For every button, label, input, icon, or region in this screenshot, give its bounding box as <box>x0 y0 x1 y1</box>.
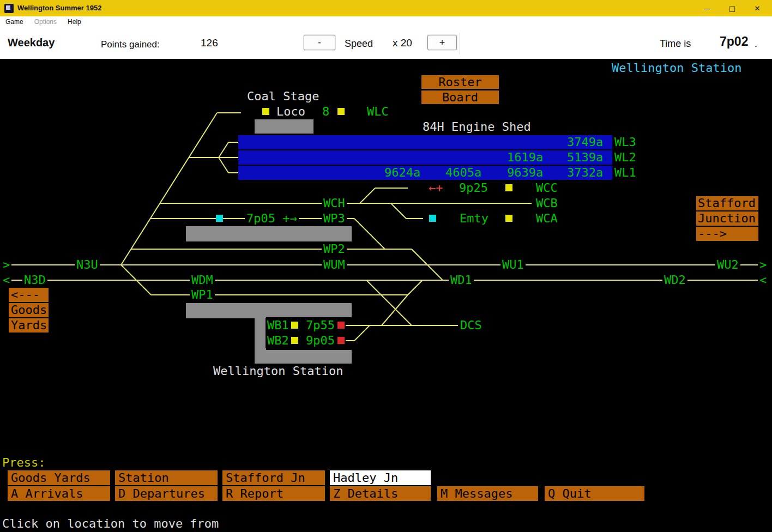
track-diagram: 3749a 1619a 5139a 9624a 4605a 9639a 3732… <box>0 59 772 532</box>
shunt-arrow-left: ←+ <box>427 180 444 196</box>
station-label: Wellington Station <box>213 364 343 379</box>
berth-label-wl2[interactable]: WL2 <box>613 150 638 165</box>
window-controls: — □ ✕ <box>695 0 770 16</box>
menu-help[interactable]: Help <box>62 16 87 28</box>
hadley-jn-button[interactable]: Hadley Jn <box>330 470 431 485</box>
app-window: Wellington Summer 1952 — □ ✕ Game Option… <box>0 0 772 532</box>
engine-shed-title: 84H Engine Shed <box>423 119 531 135</box>
menu-options: Options <box>29 16 62 28</box>
coal-stage-label: Coal Stage <box>247 89 319 104</box>
signal-square-cyan[interactable] <box>429 215 436 222</box>
signal-square-red[interactable] <box>337 322 345 329</box>
titlebar: Wellington Summer 1952 — □ ✕ <box>0 0 772 16</box>
menu-game[interactable]: Game <box>0 16 29 28</box>
signal-square-yellow[interactable] <box>291 322 298 329</box>
signal-square-yellow[interactable] <box>262 108 269 115</box>
berth-label-wdm[interactable]: WDM <box>190 273 215 288</box>
up-main-entry-arrow: > <box>1 257 11 273</box>
berth-label-wca[interactable]: WCA <box>534 211 559 226</box>
berth-time-wb1[interactable]: 7p55 <box>304 318 336 333</box>
details-button[interactable]: Z Details <box>330 486 431 501</box>
stafford-exit-arrow[interactable]: ---> <box>696 227 758 241</box>
speed-label: Speed <box>345 38 373 50</box>
goods-yards-exit-line1[interactable]: Goods <box>9 303 49 317</box>
maximize-button[interactable]: □ <box>720 0 745 16</box>
stafford-jn-button[interactable]: Stafford Jn <box>222 470 325 485</box>
berth-label-wch[interactable]: WCH <box>322 196 347 211</box>
speed-decrease-button[interactable]: - <box>304 35 335 50</box>
report-button[interactable]: R Report <box>222 486 325 501</box>
down-main-entry-arrow: < <box>758 273 768 288</box>
berth-label-wp2[interactable]: WP2 <box>322 241 347 257</box>
statusbar-separator <box>460 33 460 55</box>
speed-value: x 20 <box>393 37 412 49</box>
signal-square-yellow[interactable] <box>337 108 345 115</box>
loco-count-value: 8 <box>321 104 331 119</box>
day-label: Weekday <box>8 37 55 49</box>
berth-label-wlc[interactable]: WLC <box>365 104 390 119</box>
time-value: 7p02 <box>720 34 748 49</box>
berth-label-wd2[interactable]: WD2 <box>662 273 687 288</box>
loco-count-label: Loco <box>276 104 305 119</box>
signal-square-red[interactable] <box>337 337 345 344</box>
goods-yards-exit-arrow[interactable]: <--- <box>9 288 49 302</box>
prompt-text: Click on location to move from <box>2 516 219 531</box>
statusbar: Weekday Points gained: 126 - Speed x 20 … <box>0 28 772 59</box>
berth-time-wp3[interactable]: 7p05 +→ <box>245 211 299 226</box>
board-button[interactable]: Board <box>421 90 499 104</box>
arrivals-button[interactable]: A Arrivals <box>8 486 110 501</box>
signal-square-yellow[interactable] <box>291 337 298 344</box>
berth-label-wl1[interactable]: WL1 <box>613 165 638 180</box>
berth-label-wl3[interactable]: WL3 <box>613 135 638 150</box>
points-label: Points gained: <box>101 39 160 50</box>
signal-square-yellow[interactable] <box>505 215 512 222</box>
berth-label-wb2[interactable]: WB2 <box>266 333 291 348</box>
berth-label-n3d[interactable]: N3D <box>22 273 47 288</box>
points-value: 126 <box>201 37 218 49</box>
app-icon <box>4 4 14 13</box>
down-main-exit-arrow: < <box>1 273 11 288</box>
station-button[interactable]: Station <box>115 470 218 485</box>
berth-label-wp1[interactable]: WP1 <box>190 287 215 303</box>
berth-label-dcs[interactable]: DCS <box>459 318 484 333</box>
track-lines <box>0 59 772 532</box>
berth-label-wp3[interactable]: WP3 <box>322 211 347 226</box>
berth-label-wb1[interactable]: WB1 <box>266 318 291 333</box>
roster-button[interactable]: Roster <box>421 75 499 89</box>
berth-label-n3u[interactable]: N3U <box>75 257 100 273</box>
minimize-button[interactable]: — <box>695 0 720 16</box>
signal-square-yellow[interactable] <box>505 184 512 191</box>
departures-button[interactable]: D Departures <box>115 486 218 501</box>
quit-button[interactable]: Q Quit <box>545 486 644 501</box>
goods-yards-button[interactable]: Goods Yards <box>8 470 110 485</box>
menubar: Game Options Help <box>0 16 772 28</box>
berth-time-wb2[interactable]: 9p05 <box>304 333 336 348</box>
berth-label-wd1[interactable]: WD1 <box>449 273 474 288</box>
berth-status-wca[interactable]: Emty <box>458 211 490 226</box>
close-button[interactable]: ✕ <box>745 0 770 16</box>
berth-label-wu2[interactable]: WU2 <box>715 257 740 273</box>
time-label: Time is <box>660 38 691 50</box>
berth-label-wum[interactable]: WUM <box>322 257 347 273</box>
press-label: Press: <box>2 455 45 470</box>
region-title: Wellington Station <box>612 61 741 76</box>
stafford-exit-line2[interactable]: Junction <box>696 211 758 226</box>
berth-label-wcb[interactable]: WCB <box>534 196 559 211</box>
berth-time-wcc[interactable]: 9p25 <box>457 180 490 196</box>
berth-label-wu1[interactable]: WU1 <box>500 257 526 273</box>
goods-yards-exit-line2[interactable]: Yards <box>9 318 49 332</box>
berth-label-wcc[interactable]: WCC <box>534 180 559 196</box>
time-suffix: . <box>755 38 757 50</box>
stafford-exit-line1[interactable]: Stafford <box>696 196 758 210</box>
speed-increase-button[interactable]: + <box>427 35 457 50</box>
signal-square-cyan[interactable] <box>216 215 223 222</box>
window-title: Wellington Summer 1952 <box>17 4 101 12</box>
up-main-exit-arrow: > <box>758 257 768 273</box>
messages-button[interactable]: M Messages <box>437 486 538 501</box>
